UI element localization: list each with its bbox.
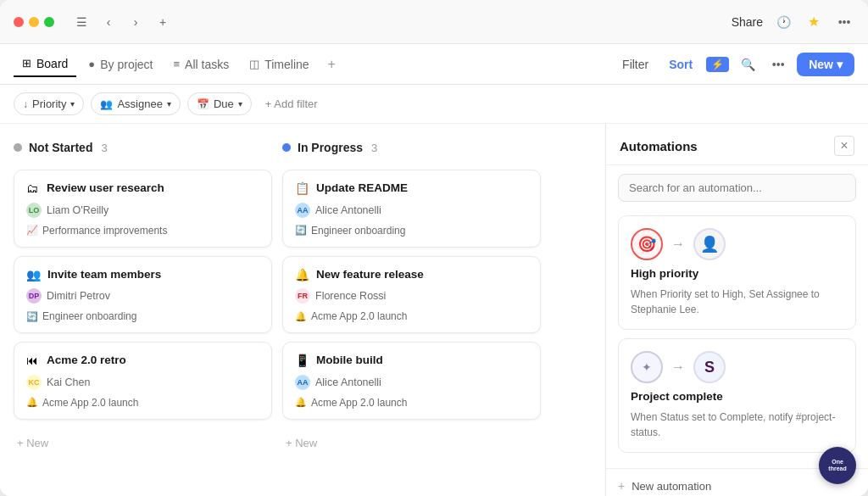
board: Not Started 3 🗂 Review user research LO …	[0, 124, 605, 496]
search-button[interactable]: 🔍	[736, 53, 760, 76]
card-mobile-build[interactable]: 📱 Mobile build AA Alice Antonelli 🔔 Acme…	[282, 342, 541, 420]
new-automation-button[interactable]: + New automation	[618, 476, 856, 496]
card-title: Review user research	[47, 181, 164, 196]
person-name: Florence Rossi	[315, 290, 386, 302]
tab-by-project[interactable]: ● By project	[80, 53, 161, 76]
automation-search-input[interactable]	[618, 174, 856, 202]
add-filter-button[interactable]: + Add filter	[259, 93, 325, 114]
card-tag: 🔄 Engineer onboarding	[26, 310, 259, 322]
tag-label: Engineer onboarding	[311, 225, 405, 237]
lightning-badge[interactable]: ⚡	[706, 57, 729, 72]
automation-high-priority[interactable]: 🎯 → 👤 High priority When Priority set to…	[618, 215, 856, 330]
in-progress-title: In Progress	[298, 141, 363, 154]
more-options-button[interactable]: •••	[766, 53, 790, 76]
add-tab-button[interactable]: +	[321, 53, 342, 75]
filter-bar: ↓ Priority ▾ 👥 Assignee ▾ 📅 Due ▾ + Add …	[0, 85, 868, 124]
filter-button[interactable]: Filter	[615, 54, 655, 75]
automation-arrow-icon: →	[671, 359, 685, 375]
card-tag: 🔔 Acme App 2.0 launch	[26, 397, 259, 409]
card-person: FR Florence Rossi	[295, 288, 528, 304]
card-acme-retro[interactable]: ⏮ Acme 2.0 retro KC Kai Chen 🔔 Acme App …	[14, 342, 272, 420]
new-chevron-icon: ▾	[837, 58, 843, 71]
tag-icon: 🔔	[295, 397, 307, 408]
automation-description: When Status set to Complete, notify #pro…	[631, 410, 843, 440]
avatar: AA	[295, 203, 310, 218]
sort-button[interactable]: Sort	[662, 54, 699, 75]
in-progress-new-button[interactable]: + New	[282, 432, 541, 454]
tab-bar-right: Filter Sort ⚡ 🔍 ••• New ▾	[615, 53, 854, 76]
tab-bar: ⊞ Board ● By project ≡ All tasks ◫ Timel…	[0, 44, 868, 85]
card-title-row: ⏮ Acme 2.0 retro	[26, 353, 259, 368]
card-title: Acme 2.0 retro	[47, 353, 126, 368]
automation-list: 🎯 → 👤 High priority When Priority set to…	[606, 210, 868, 465]
maximize-button[interactable]	[44, 17, 54, 27]
tab-timeline[interactable]: ◫ Timeline	[241, 53, 317, 76]
tab-board[interactable]: ⊞ Board	[14, 52, 76, 77]
add-icon[interactable]: +	[153, 12, 173, 32]
title-bar-right: Share 🕐 ★ •••	[732, 12, 854, 32]
menu-icon[interactable]: ☰	[71, 12, 92, 32]
not-started-new-button[interactable]: + New	[14, 432, 272, 454]
automation-trigger-icon: 🎯	[631, 228, 663, 260]
new-button[interactable]: New ▾	[797, 53, 854, 76]
clock-icon[interactable]: 🕐	[773, 12, 793, 32]
back-icon[interactable]: ‹	[98, 12, 119, 32]
more-options-icon[interactable]: •••	[834, 12, 854, 32]
priority-filter-label: Priority	[32, 98, 66, 110]
minimize-button[interactable]	[29, 17, 39, 27]
priority-filter[interactable]: ↓ Priority ▾	[14, 92, 84, 115]
automation-action-icon: 👤	[693, 228, 726, 260]
nav-icons: ☰ ‹ › +	[71, 12, 173, 32]
avatar: AA	[295, 375, 310, 390]
card-invite-team[interactable]: 👥 Invite team members DP Dimitri Petrov …	[14, 256, 272, 334]
tag-label: Acme App 2.0 launch	[311, 310, 407, 322]
card-title-row: 📱 Mobile build	[295, 353, 528, 368]
by-project-icon: ●	[88, 58, 95, 70]
not-started-count: 3	[101, 142, 107, 154]
automation-flow: 🎯 → 👤	[631, 228, 843, 260]
avatar: DP	[26, 288, 42, 304]
avatar: FR	[295, 288, 310, 304]
card-type-icon: 👥	[26, 268, 41, 281]
onethread-badge[interactable]: Onethread	[819, 447, 856, 484]
assignee-chevron-icon: ▾	[167, 99, 171, 109]
card-tag: 🔔 Acme App 2.0 launch	[295, 310, 528, 322]
not-started-title: Not Started	[29, 141, 92, 154]
assignee-filter-icon: 👥	[100, 98, 113, 110]
person-name: Alice Antonelli	[315, 204, 381, 216]
card-tag: 🔄 Engineer onboarding	[295, 225, 528, 237]
automation-project-complete[interactable]: ✦ → S Project complete When Status set t…	[618, 338, 856, 453]
traffic-lights	[14, 17, 54, 27]
assignee-filter[interactable]: 👥 Assignee ▾	[91, 92, 180, 115]
card-update-readme[interactable]: 📋 Update README AA Alice Antonelli 🔄 Eng…	[282, 170, 541, 248]
card-type-icon: 📱	[295, 354, 309, 367]
forward-icon[interactable]: ›	[125, 12, 146, 32]
priority-filter-icon: ↓	[23, 98, 28, 110]
share-button[interactable]: Share	[732, 15, 763, 29]
onethread-label: Onethread	[828, 459, 846, 471]
card-new-feature-release[interactable]: 🔔 New feature release FR Florence Rossi …	[282, 256, 541, 334]
priority-chevron-icon: ▾	[70, 99, 75, 109]
card-person: AA Alice Antonelli	[295, 375, 528, 390]
panel-title: Automations	[620, 139, 698, 153]
tab-all-tasks[interactable]: ≡ All tasks	[164, 53, 237, 76]
panel-close-button[interactable]: ×	[834, 136, 854, 156]
automation-title: Project complete	[631, 390, 843, 403]
card-title: Mobile build	[316, 353, 383, 368]
star-icon[interactable]: ★	[804, 12, 824, 32]
card-person: LO Liam O'Reilly	[26, 203, 259, 218]
person-name: Dimitri Petrov	[47, 290, 110, 302]
card-review-user-research[interactable]: 🗂 Review user research LO Liam O'Reilly …	[14, 170, 272, 248]
tag-label: Engineer onboarding	[42, 310, 136, 322]
due-chevron-icon: ▾	[238, 99, 242, 109]
column-header-not-started: Not Started 3	[14, 137, 272, 161]
close-button[interactable]	[14, 17, 24, 27]
due-filter[interactable]: 📅 Due ▾	[187, 92, 252, 115]
avatar: KC	[26, 375, 42, 390]
tag-icon: 📈	[26, 225, 38, 236]
not-started-new-label: + New	[17, 437, 48, 449]
card-title-row: 🔔 New feature release	[295, 267, 528, 282]
due-filter-icon: 📅	[197, 98, 209, 110]
tag-icon: 🔔	[295, 311, 307, 322]
automation-trigger-icon: ✦	[631, 351, 663, 383]
